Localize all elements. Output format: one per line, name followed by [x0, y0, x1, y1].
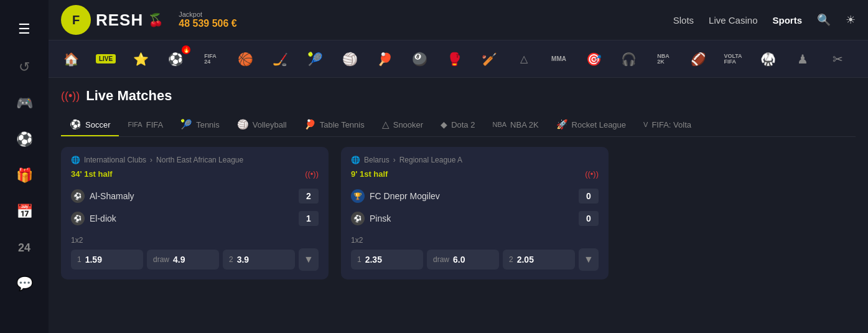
match2-team1-row: 🏆 FC Dnepr Mogilev 0 — [351, 185, 599, 207]
match2-league: 🌐 Belarus › Regional League A — [351, 156, 599, 164]
tab-volleyball-label: Volleyball — [253, 120, 287, 129]
volta-tab-icon: V — [643, 121, 648, 128]
match1-bet-1[interactable]: 1 1.59 — [71, 250, 143, 270]
match2-team1-name: FC Dnepr Mogilev — [370, 191, 440, 201]
sport-table-tennis[interactable]: 🏓 — [368, 43, 401, 75]
sport-nba2k[interactable]: NBA2K — [647, 43, 679, 75]
match2-label-draw: draw — [433, 255, 449, 264]
sport-martialarts[interactable]: 🥋 — [752, 43, 784, 75]
tab-table-tennis-label: Table Tennis — [320, 120, 365, 129]
tab-table-tennis[interactable]: 🏓 Table Tennis — [296, 114, 373, 136]
home-icon: 🏠 — [63, 52, 79, 67]
sport-triangle[interactable]: △ — [508, 43, 540, 75]
match2-odds-2: 2.05 — [517, 255, 534, 265]
sidebar-item-games[interactable]: 🎮 — [0, 85, 49, 121]
nav-live-casino[interactable]: Live Casino — [709, 15, 757, 26]
sport-darts[interactable]: ✂ — [821, 43, 854, 75]
match2-odds-1: 2.35 — [365, 255, 382, 265]
soccer-ball-icon: ⚽ — [168, 52, 184, 67]
tab-soccer[interactable]: ⚽ Soccer — [61, 114, 119, 136]
tab-nba2k[interactable]: NBA NBA 2K — [483, 115, 547, 136]
tab-soccer-label: Soccer — [85, 120, 110, 129]
match2-team2-name: Pinsk — [370, 213, 391, 223]
sport-soccer[interactable]: ⚽ 🔥 — [159, 43, 192, 75]
match2-live-pulse: ((•)) — [585, 169, 599, 179]
sidebar-item-schedule[interactable]: 📅 — [0, 194, 49, 230]
sport-volleyball[interactable]: 🏐 — [334, 43, 366, 75]
tab-rocket-league[interactable]: 🚀 Rocket League — [548, 114, 635, 136]
match2-team2-logo: ⚽ — [351, 212, 365, 225]
match1-more-button[interactable]: ▼ — [299, 248, 319, 271]
match1-team2-row: ⚽ El-diok 1 — [71, 207, 319, 230]
sport-live[interactable]: LIVE — [90, 43, 122, 75]
match2-live-time: 9' 1st half ((•)) — [351, 169, 599, 179]
nba2k-logo: NBA2K — [657, 54, 670, 65]
sidebar-item-chat[interactable]: 💬 — [0, 266, 49, 302]
match2-more-button[interactable]: ▼ — [579, 248, 599, 271]
clock-icon: 24 — [18, 242, 30, 255]
sport-volta[interactable]: VOLTAFIFA — [717, 43, 749, 75]
tab-tennis[interactable]: 🎾 Tennis — [172, 114, 228, 136]
match-card-2: 🌐 Belarus › Regional League A 9' 1st hal… — [341, 147, 609, 279]
sport-esports[interactable]: 🎯 — [577, 43, 610, 75]
sport-billiards[interactable]: 🎱 — [403, 43, 436, 75]
cricket-icon: 🏏 — [482, 52, 497, 67]
match1-league: 🌐 International Clubs › North East Afric… — [71, 156, 319, 164]
nav-slots[interactable]: Slots — [673, 15, 694, 26]
match2-team2-row: ⚽ Pinsk 0 — [351, 207, 599, 230]
sport-cricket[interactable]: 🏏 — [473, 43, 505, 75]
hamburger-icon[interactable]: ☰ — [18, 21, 30, 37]
sport-americanfb[interactable]: 🏈 — [682, 43, 714, 75]
globe-icon-1: 🌐 — [71, 156, 80, 164]
match1-bet-2[interactable]: 2 3.9 — [223, 250, 295, 270]
match1-time: 34' 1st half — [71, 169, 113, 179]
sport-mma[interactable]: MMA — [543, 43, 575, 75]
gamepad-icon: 🎮 — [16, 95, 33, 111]
match1-bet-row: 1 1.59 draw 4.9 2 3.9 ▼ — [71, 248, 319, 271]
tab-rocket-league-label: Rocket League — [572, 120, 626, 129]
sport-headset[interactable]: 🎧 — [612, 43, 645, 75]
nba2k-tab-icon: NBA — [492, 121, 506, 128]
sport-tennis-racket[interactable]: 🎾 — [299, 43, 331, 75]
nav-sports[interactable]: Sports — [772, 15, 802, 26]
sport-boxing[interactable]: 🥊 — [438, 43, 470, 75]
match2-bet-draw[interactable]: draw 6.0 — [427, 250, 499, 270]
sidebar-item-casino[interactable]: ↺ — [0, 49, 49, 85]
sport-favorites[interactable]: ⭐ — [124, 43, 157, 75]
live-radio-icon: ((•)) — [61, 90, 80, 103]
live-badge: LIVE — [96, 54, 116, 63]
match2-team2-score: 0 — [579, 211, 599, 226]
sidebar-item-sports[interactable]: ⚽ — [0, 121, 49, 157]
sidebar-item-support[interactable]: 24 — [0, 230, 49, 266]
gift-icon: 🎁 — [16, 167, 33, 184]
tab-snooker-label: Snooker — [393, 120, 423, 129]
match-cards: 🌐 International Clubs › North East Afric… — [61, 147, 856, 279]
match1-team1-name: Al-Shamaly — [90, 191, 134, 201]
dota2-tab-icon: ◆ — [441, 120, 447, 129]
calendar-icon: 📅 — [16, 204, 33, 220]
logo-text: RESH — [96, 11, 143, 30]
search-icon[interactable]: 🔍 — [817, 13, 831, 27]
theme-icon[interactable]: ☀ — [846, 13, 856, 27]
match1-bet-draw[interactable]: draw 4.9 — [147, 250, 219, 270]
match1-team1-info: ⚽ Al-Shamaly — [71, 189, 134, 203]
sport-home[interactable]: 🏠 — [55, 43, 87, 75]
tab-fifa-volta[interactable]: V FIFA: Volta — [635, 115, 700, 136]
sport-chess[interactable]: ♟ — [786, 43, 819, 75]
sport-fifa[interactable]: FIFA24 — [194, 43, 226, 75]
sport-basketball[interactable]: 🏀 — [229, 43, 261, 75]
table-tennis-icon: 🏓 — [377, 52, 393, 67]
match2-bet-1[interactable]: 1 2.35 — [351, 250, 423, 270]
tab-dota2[interactable]: ◆ Dota 2 — [432, 115, 483, 136]
sidebar-item-promotions[interactable]: 🎁 — [0, 157, 49, 194]
header-right: Slots Live Casino Sports 🔍 ☀ — [673, 13, 856, 27]
logo-letter: F — [72, 13, 80, 27]
sport-hockey[interactable]: 🏒 — [264, 43, 296, 75]
tab-volleyball[interactable]: 🏐 Volleyball — [228, 114, 296, 136]
tab-snooker[interactable]: △ Snooker — [373, 114, 432, 136]
tab-fifa[interactable]: FIFA FIFA — [119, 115, 172, 136]
match1-bet-type: 1x2 — [71, 236, 319, 245]
match2-bet-2[interactable]: 2 2.05 — [503, 250, 575, 270]
basketball-icon: 🏀 — [238, 52, 253, 67]
match2-team1-logo: 🏆 — [351, 189, 365, 203]
